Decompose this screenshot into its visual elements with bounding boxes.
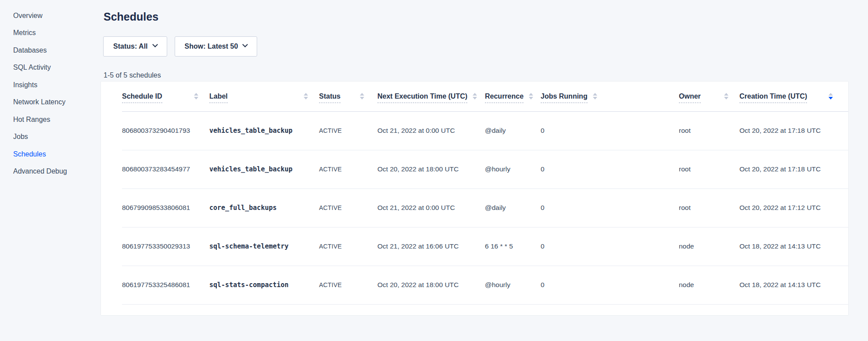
column-header-label: Owner: [679, 92, 701, 103]
dropdown-label: Show: Latest 50: [185, 43, 238, 50]
column-header-schedule-id[interactable]: Schedule ID: [122, 82, 209, 111]
cell-owner: root: [679, 111, 739, 150]
cell-label: core_full_backups: [209, 188, 319, 227]
cell-jobs-running: 0: [541, 227, 679, 266]
cell-jobs-running: 0: [541, 150, 679, 188]
table-row: 806800373283454977vehicles_table_backupA…: [122, 150, 848, 188]
results-summary: 1-5 of 5 schedules: [104, 71, 848, 80]
column-header-label[interactable]: Label: [209, 82, 319, 111]
cell-owner: node: [679, 227, 739, 266]
sidebar-item-label: Databases: [13, 46, 47, 54]
sort-arrows-icon[interactable]: [473, 93, 477, 99]
table-row: 806800373290401793vehicles_table_backupA…: [122, 111, 848, 150]
sort-desc-arrow-icon: [304, 97, 308, 99]
column-header-label: Creation Time (UTC): [739, 92, 807, 103]
cell-recurrence: @hourly: [485, 266, 541, 304]
sidebar-item-metrics[interactable]: Metrics: [13, 25, 101, 42]
column-header-inner: Owner: [679, 92, 739, 100]
sort-arrows-icon[interactable]: [724, 93, 728, 99]
dropdown-label: Status: All: [113, 43, 148, 50]
sort-asc-arrow-icon: [724, 93, 728, 96]
sort-arrows-icon[interactable]: [194, 93, 198, 99]
cell-next-execution: Oct 21, 2022 at 0:00 UTC: [377, 111, 485, 150]
cell-owner: node: [679, 266, 739, 304]
column-header-label: Recurrence: [485, 92, 524, 103]
sort-arrows-icon[interactable]: [360, 93, 364, 99]
sort-arrows-icon[interactable]: [829, 93, 833, 99]
sidebar-item-label: Advanced Debug: [13, 167, 67, 175]
status-filter-dropdown[interactable]: Status: All: [103, 36, 167, 57]
sort-desc-arrow-icon: [724, 97, 728, 99]
sort-desc-arrow-icon: [593, 97, 597, 99]
column-header-inner: Creation Time (UTC): [739, 92, 848, 100]
column-header-owner[interactable]: Owner: [679, 82, 739, 111]
cell-schedule-id: 806800373290401793: [122, 111, 209, 150]
cell-schedule-id: 806197753350029313: [122, 227, 209, 266]
column-header-inner: Jobs Running: [541, 92, 679, 100]
column-header-status[interactable]: Status: [319, 82, 377, 111]
column-header-recurrence[interactable]: Recurrence: [485, 82, 541, 111]
sort-desc-arrow-icon: [360, 97, 364, 99]
chevron-down-icon: [152, 42, 158, 47]
sort-arrows-icon[interactable]: [593, 93, 597, 99]
sidebar-item-label: SQL Activity: [13, 64, 51, 71]
cell-label: vehicles_table_backup: [209, 111, 319, 150]
cell-jobs-running: 0: [541, 266, 679, 304]
sidebar-item-jobs[interactable]: Jobs: [13, 128, 101, 146]
cell-jobs-running: 0: [541, 111, 679, 150]
schedules-table: Schedule IDLabelStatusNext Execution Tim…: [122, 82, 848, 305]
cell-creation-time: Oct 18, 2022 at 14:13 UTC: [739, 266, 848, 304]
cell-next-execution: Oct 20, 2022 at 18:00 UTC: [377, 150, 485, 188]
page-title: Schedules: [104, 11, 848, 23]
main-content: Schedules Status: AllShow: Latest 50 1-5…: [101, 0, 848, 315]
cell-status: ACTIVE: [319, 188, 377, 227]
column-header-jobs-running[interactable]: Jobs Running: [541, 82, 679, 111]
column-header-next-execution[interactable]: Next Execution Time (UTC): [377, 82, 485, 111]
sort-asc-arrow-icon: [473, 93, 477, 96]
sidebar-nav: OverviewMetricsDatabasesSQL ActivityInsi…: [0, 0, 101, 341]
cell-creation-time: Oct 20, 2022 at 17:18 UTC: [739, 150, 848, 188]
sidebar-item-label: Jobs: [13, 133, 28, 141]
cell-recurrence: @hourly: [485, 150, 541, 188]
sidebar-item-sql-activity[interactable]: SQL Activity: [13, 59, 101, 77]
sidebar-item-label: Hot Ranges: [13, 116, 50, 124]
cell-label: sql-schema-telemetry: [209, 227, 319, 266]
cell-next-execution: Oct 21, 2022 at 0:00 UTC: [377, 188, 485, 227]
table-row: 806799098533806081core_full_backupsACTIV…: [122, 188, 848, 227]
sidebar-item-label: Insights: [13, 81, 37, 89]
column-header-inner: Label: [209, 92, 319, 100]
cell-status: ACTIVE: [319, 227, 377, 266]
sort-asc-arrow-icon: [829, 93, 833, 96]
cell-schedule-id: 806800373283454977: [122, 150, 209, 188]
sidebar-item-overview[interactable]: Overview: [13, 7, 101, 25]
sort-arrows-icon[interactable]: [529, 93, 533, 99]
cell-creation-time: Oct 20, 2022 at 17:12 UTC: [739, 188, 848, 227]
cell-status: ACTIVE: [319, 266, 377, 304]
column-header-label: Jobs Running: [541, 92, 588, 103]
sidebar-item-hot-ranges[interactable]: Hot Ranges: [13, 111, 101, 128]
cell-owner: root: [679, 188, 739, 227]
sidebar-item-network-latency[interactable]: Network Latency: [13, 94, 101, 111]
cell-creation-time: Oct 20, 2022 at 17:18 UTC: [739, 111, 848, 150]
sort-desc-arrow-icon: [194, 97, 198, 99]
column-header-label: Status: [319, 92, 341, 103]
cell-creation-time: Oct 18, 2022 at 14:13 UTC: [739, 227, 848, 266]
sidebar-item-label: Overview: [13, 12, 43, 20]
cell-label: sql-stats-compaction: [209, 266, 319, 304]
sort-desc-arrow-icon: [829, 97, 833, 99]
cell-owner: root: [679, 150, 739, 188]
sidebar-item-label: Schedules: [13, 150, 46, 158]
sidebar-item-label: Network Latency: [13, 98, 65, 106]
show-filter-dropdown[interactable]: Show: Latest 50: [175, 36, 258, 57]
sidebar-item-databases[interactable]: Databases: [13, 42, 101, 59]
sidebar-item-insights[interactable]: Insights: [13, 76, 101, 94]
sidebar-item-advanced-debug[interactable]: Advanced Debug: [13, 163, 101, 181]
cell-label: vehicles_table_backup: [209, 150, 319, 188]
sort-asc-arrow-icon: [304, 93, 308, 96]
sidebar-item-schedules[interactable]: Schedules: [13, 146, 101, 163]
column-header-creation-time[interactable]: Creation Time (UTC): [739, 82, 848, 111]
sort-arrows-icon[interactable]: [304, 93, 308, 99]
cell-next-execution: Oct 21, 2022 at 16:06 UTC: [377, 227, 485, 266]
column-header-label: Label: [209, 92, 228, 103]
cell-schedule-id: 806799098533806081: [122, 188, 209, 227]
